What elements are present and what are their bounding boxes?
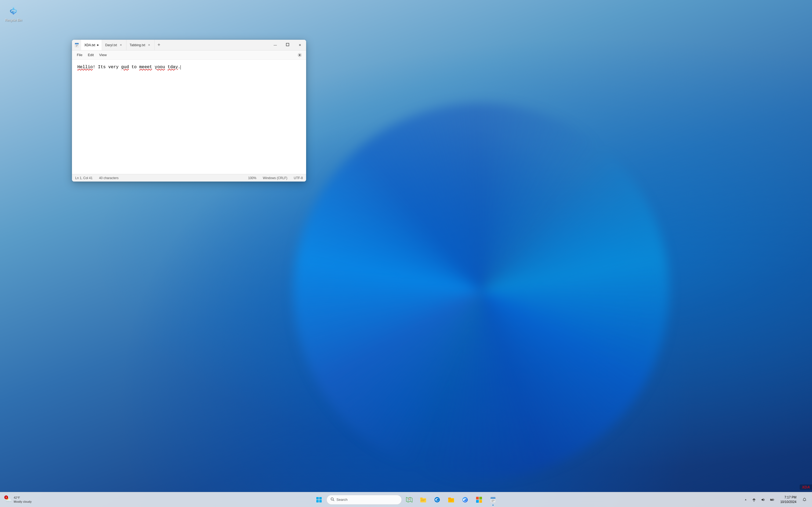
svg-rect-19 [420, 498, 426, 502]
tab-tabbing-close[interactable]: ✕ [147, 43, 151, 47]
svg-rect-31 [479, 497, 482, 500]
svg-rect-7 [286, 43, 289, 46]
weather-widget[interactable]: 🌥️ 1 42°F Mostly cloudy [3, 495, 34, 505]
tab-daryl-close[interactable]: ✕ [119, 43, 123, 47]
taskbar-maps[interactable] [403, 493, 416, 506]
search-label: Search [337, 498, 347, 502]
word-yoou: yoou [155, 65, 165, 69]
taskbar-right: 7:17 PM 10/10/2024 [743, 492, 809, 507]
svg-rect-9 [316, 497, 319, 500]
cursor-position: Ln 1, Col 41 [75, 176, 93, 180]
weather-condition: Mostly cloudy [14, 500, 32, 504]
taskbar: 🌥️ 1 42°F Mostly cloudy [0, 492, 812, 507]
tab-tabbing[interactable]: Tabbing.txt ✕ [126, 40, 155, 50]
show-hidden-icons[interactable] [743, 497, 748, 502]
background-bloom [293, 103, 669, 479]
svg-rect-3 [75, 44, 79, 44]
window-controls: — ✕ [269, 40, 306, 50]
svg-marker-40 [745, 499, 747, 500]
text-segment-2: to [129, 65, 139, 69]
volume-icon[interactable] [759, 495, 767, 505]
weather-badge: 1 [4, 496, 8, 499]
settings-button[interactable] [295, 51, 304, 59]
tab-xda-modified-dot [97, 44, 99, 46]
taskbar-center: Search [312, 493, 500, 506]
maximize-button[interactable] [281, 40, 294, 50]
svg-rect-21 [421, 500, 425, 500]
network-icon[interactable] [750, 495, 758, 505]
notification-button[interactable] [800, 495, 809, 505]
menu-edit[interactable]: Edit [85, 52, 97, 58]
line-ending: Windows (CRLF) [263, 176, 287, 180]
tab-xda[interactable]: XDA.txt [81, 40, 102, 50]
tab-daryl-label: Daryl.txt [105, 43, 117, 47]
tab-tabbing-label: Tabbing.txt [130, 43, 145, 47]
weather-info: 42°F Mostly cloudy [14, 496, 32, 504]
taskbar-clock[interactable]: 7:17 PM 10/10/2024 [778, 494, 799, 505]
encoding: UTF-8 [294, 176, 303, 180]
tabs-container: XDA.txt Daryl.txt ✕ Tabbing.txt ✕ + [81, 40, 269, 50]
svg-rect-33 [479, 500, 482, 503]
xda-watermark: XDA [800, 485, 812, 490]
search-icon [331, 497, 334, 502]
maximize-icon [286, 43, 289, 47]
svg-rect-36 [490, 498, 496, 499]
recycle-bin-label: Recycle Bin [5, 18, 22, 22]
tab-daryl[interactable]: Daryl.txt ✕ [102, 40, 126, 50]
search-bar[interactable]: Search [327, 495, 402, 505]
svg-point-41 [754, 501, 754, 501]
svg-rect-22 [421, 501, 424, 501]
taskbar-file-manager[interactable] [445, 493, 458, 506]
editor-area[interactable]: Hellio! Its very gud to meeet yoou tday. [72, 60, 306, 174]
text-period: . [178, 65, 181, 69]
zoom-level: 100% [248, 176, 256, 180]
battery-icon[interactable] [768, 495, 776, 505]
status-bar: Ln 1, Col 41 40 characters 100% Windows … [72, 174, 306, 181]
svg-rect-20 [420, 498, 423, 499]
taskbar-file-explorer-alt[interactable] [417, 493, 429, 506]
text-segment-3 [152, 65, 155, 69]
close-icon: ✕ [299, 43, 301, 47]
svg-rect-30 [476, 497, 479, 500]
text-segment-4 [165, 65, 168, 69]
menu-view[interactable]: View [97, 52, 109, 58]
add-tab-icon: + [157, 42, 160, 48]
svg-rect-45 [773, 500, 774, 500]
svg-rect-42 [761, 499, 762, 500]
recycle-bin-image [7, 4, 20, 17]
char-count: 40 characters [99, 176, 119, 180]
clock-date: 10/10/2024 [780, 500, 797, 504]
start-button[interactable] [312, 493, 326, 506]
taskbar-edge-alt[interactable] [431, 493, 444, 506]
svg-rect-12 [319, 500, 322, 502]
svg-rect-32 [476, 500, 479, 503]
editor-content[interactable]: Hellio! Its very gud to meeet yoou tday. [77, 64, 301, 70]
word-hellio: Hellio [77, 65, 93, 69]
taskbar-edge[interactable] [459, 493, 471, 506]
add-tab-button[interactable]: + [155, 40, 163, 50]
tab-xda-label: XDA.txt [84, 43, 95, 47]
text-segment-1: ! Its very [93, 65, 121, 69]
desktop: Recycle Bin XDA.txt [0, 0, 812, 507]
taskbar-left: 🌥️ 1 42°F Mostly cloudy [3, 492, 34, 507]
system-tray-icons [750, 495, 776, 505]
notepad-app-icon [74, 43, 79, 48]
svg-point-18 [409, 498, 410, 499]
menu-file[interactable]: File [74, 52, 85, 58]
close-button[interactable]: ✕ [294, 40, 306, 50]
minimize-icon: — [274, 43, 277, 47]
clock-time: 7:17 PM [780, 495, 797, 500]
recycle-bin-icon[interactable]: Recycle Bin [3, 3, 24, 23]
menu-bar: File Edit View [72, 51, 306, 60]
notepad-window: XDA.txt Daryl.txt ✕ Tabbing.txt ✕ + [72, 40, 306, 181]
taskbar-ms-store[interactable] [473, 493, 485, 506]
minimize-button[interactable]: — [269, 40, 281, 50]
word-meeet: meeet [139, 65, 152, 69]
svg-rect-0 [11, 7, 15, 7]
word-gud: gud [121, 65, 129, 69]
svg-rect-25 [448, 498, 451, 499]
title-bar: XDA.txt Daryl.txt ✕ Tabbing.txt ✕ + [72, 40, 306, 51]
svg-rect-10 [319, 497, 322, 500]
taskbar-notepad[interactable] [486, 493, 500, 506]
text-cursor [180, 65, 181, 69]
